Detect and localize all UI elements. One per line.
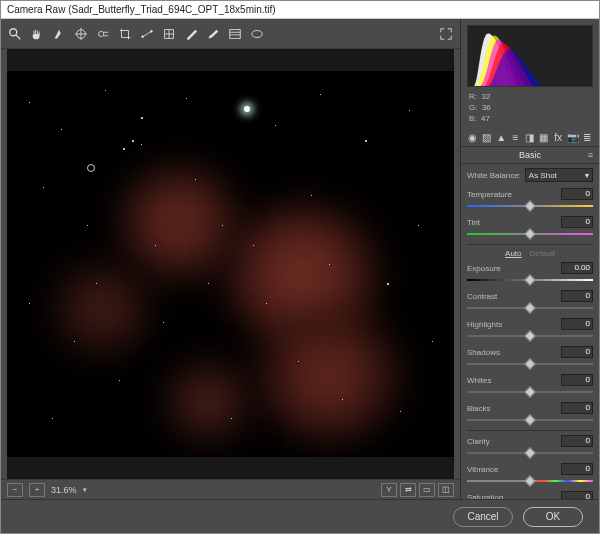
vibrance-value[interactable]: 0	[561, 463, 593, 475]
svg-point-5	[99, 31, 104, 36]
contrast-label: Contrast	[467, 292, 497, 301]
svg-point-0	[10, 28, 17, 35]
vibrance-label: Vibrance	[467, 465, 498, 474]
svg-point-7	[142, 35, 144, 37]
zoom-out-icon[interactable]: −	[7, 483, 23, 497]
temperature-value[interactable]: 0	[561, 188, 593, 200]
tab-camera-icon[interactable]: 📷	[567, 130, 579, 144]
swap-icon[interactable]: ⇄	[400, 483, 416, 497]
main-panel: − + 31.6% ▾ Y ⇄ ▭ ◫	[1, 19, 461, 499]
shadows-slider[interactable]	[467, 360, 593, 368]
sidebar: R: 32 G: 36 B: 47 ◉ ▨ ▲ ≡ ◨ ▦ fx 📷 ≣ Bas…	[461, 19, 599, 499]
whites-label: Whites	[467, 376, 491, 385]
zoom-dropdown-icon[interactable]: ▾	[83, 486, 87, 494]
vibrance-slider[interactable]	[467, 477, 593, 485]
ok-button[interactable]: OK	[523, 507, 583, 527]
tint-label: Tint	[467, 218, 480, 227]
hand-tool-icon[interactable]	[29, 26, 45, 42]
default-button[interactable]: Default	[530, 249, 555, 258]
tab-hsl-icon[interactable]: ≡	[510, 130, 521, 144]
chevron-down-icon: ▾	[585, 171, 589, 180]
preview-wrap	[1, 49, 460, 479]
rgb-b-value: 47	[481, 114, 490, 123]
preview-pad-top	[7, 49, 454, 71]
fullscreen-icon[interactable]	[438, 26, 454, 42]
basic-panel: White Balance: As Shot ▾ Temperature0 Ti…	[461, 164, 599, 499]
adjustment-brush-tool-icon[interactable]	[205, 26, 221, 42]
contrast-value[interactable]: 0	[561, 290, 593, 302]
straighten-tool-icon[interactable]	[139, 26, 155, 42]
clarity-label: Clarity	[467, 437, 490, 446]
zoom-in-icon[interactable]: +	[29, 483, 45, 497]
compare-y-icon[interactable]: Y	[381, 483, 397, 497]
target-adjust-tool-icon[interactable]	[95, 26, 111, 42]
camera-raw-window: Camera Raw (Sadr_Butterfly_Triad_694C_OP…	[0, 0, 600, 534]
rgb-r-value: 32	[481, 92, 490, 101]
svg-point-8	[151, 30, 153, 32]
exposure-label: Exposure	[467, 264, 501, 273]
tab-lens-icon[interactable]: ▦	[538, 130, 549, 144]
toolbar	[1, 19, 460, 49]
footer: Cancel OK	[1, 499, 599, 533]
tab-split-icon[interactable]: ◨	[524, 130, 535, 144]
clarity-value[interactable]: 0	[561, 435, 593, 447]
white-balance-tool-icon[interactable]	[51, 26, 67, 42]
svg-rect-12	[230, 29, 241, 38]
wb-label: White Balance:	[467, 171, 521, 180]
titlebar: Camera Raw (Sadr_Butterfly_Triad_694C_OP…	[1, 1, 599, 19]
transform-tool-icon[interactable]	[161, 26, 177, 42]
panel-title: Basic ≡	[461, 147, 599, 164]
tint-slider[interactable]	[467, 230, 593, 238]
graduated-filter-tool-icon[interactable]	[227, 26, 243, 42]
tab-presets-icon[interactable]: ≣	[582, 130, 593, 144]
status-bar: − + 31.6% ▾ Y ⇄ ▭ ◫	[1, 479, 460, 499]
tint-value[interactable]: 0	[561, 216, 593, 228]
saturation-value[interactable]: 0	[561, 491, 593, 499]
radial-filter-tool-icon[interactable]	[249, 26, 265, 42]
tab-curve-icon[interactable]: ▨	[481, 130, 492, 144]
image-preview[interactable]	[7, 71, 454, 457]
panel-tabs: ◉ ▨ ▲ ≡ ◨ ▦ fx 📷 ≣	[461, 128, 599, 147]
auto-button[interactable]: Auto	[505, 249, 521, 258]
svg-line-1	[16, 34, 20, 38]
cancel-button[interactable]: Cancel	[453, 507, 513, 527]
whites-slider[interactable]	[467, 388, 593, 396]
single-view-icon[interactable]: ▭	[419, 483, 435, 497]
preview-container	[7, 49, 454, 479]
svg-point-15	[252, 30, 263, 37]
shadows-value[interactable]: 0	[561, 346, 593, 358]
blacks-value[interactable]: 0	[561, 402, 593, 414]
tab-basic-icon[interactable]: ◉	[467, 130, 478, 144]
whites-value[interactable]: 0	[561, 374, 593, 386]
tab-detail-icon[interactable]: ▲	[496, 130, 507, 144]
panel-menu-icon[interactable]: ≡	[588, 150, 593, 160]
zoom-level[interactable]: 31.6%	[51, 485, 77, 495]
spot-removal-tool-icon[interactable]	[183, 26, 199, 42]
content-area: − + 31.6% ▾ Y ⇄ ▭ ◫	[1, 19, 599, 499]
split-view-icon[interactable]: ◫	[438, 483, 454, 497]
rgb-readout: R: 32 G: 36 B: 47	[461, 89, 599, 128]
clarity-slider[interactable]	[467, 449, 593, 457]
cursor-ring-icon	[87, 164, 95, 172]
rgb-g-value: 36	[482, 103, 491, 112]
color-sampler-tool-icon[interactable]	[73, 26, 89, 42]
crop-tool-icon[interactable]	[117, 26, 133, 42]
contrast-slider[interactable]	[467, 304, 593, 312]
tab-fx-icon[interactable]: fx	[553, 130, 564, 144]
highlights-slider[interactable]	[467, 332, 593, 340]
app-title: Camera Raw	[7, 4, 65, 15]
histogram[interactable]	[467, 25, 593, 87]
blacks-slider[interactable]	[467, 416, 593, 424]
shadows-label: Shadows	[467, 348, 500, 357]
preview-pad-bottom	[7, 457, 454, 479]
temperature-label: Temperature	[467, 190, 512, 199]
highlights-label: Highlights	[467, 320, 502, 329]
highlights-value[interactable]: 0	[561, 318, 593, 330]
file-name: (Sadr_Butterfly_Triad_694C_OPT_18x5min.t…	[68, 4, 276, 15]
exposure-slider[interactable]	[467, 276, 593, 284]
white-balance-select[interactable]: As Shot ▾	[525, 168, 593, 182]
exposure-value[interactable]: 0.00	[561, 262, 593, 274]
zoom-tool-icon[interactable]	[7, 26, 23, 42]
temperature-slider[interactable]	[467, 202, 593, 210]
blacks-label: Blacks	[467, 404, 491, 413]
